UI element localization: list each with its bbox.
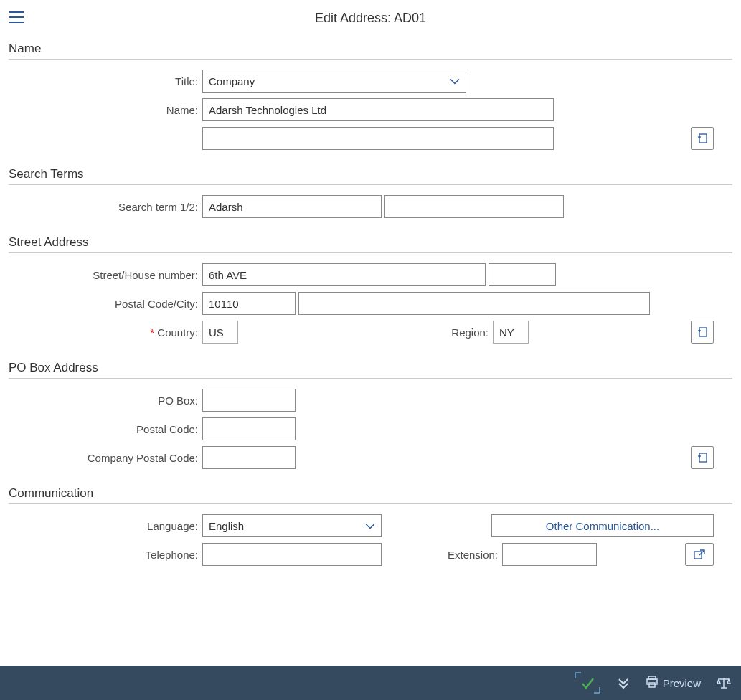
svg-rect-6 bbox=[699, 328, 707, 336]
label-po-box: PO Box: bbox=[9, 394, 202, 407]
title-select[interactable]: Company bbox=[202, 70, 466, 93]
section-title-search: Search Terms bbox=[9, 167, 732, 185]
header-bar: Edit Address: AD01 bbox=[0, 0, 741, 33]
extension-input[interactable] bbox=[502, 543, 597, 566]
postal-code-input[interactable] bbox=[202, 292, 296, 315]
section-title-comm: Communication bbox=[9, 486, 732, 504]
label-po-postal: Postal Code: bbox=[9, 423, 202, 435]
label-company-postal: Company Postal Code: bbox=[9, 452, 202, 464]
label-country: * Country: bbox=[9, 326, 202, 339]
svg-rect-12 bbox=[694, 552, 702, 559]
name-input-2[interactable] bbox=[202, 127, 554, 150]
title-select-value: Company bbox=[209, 75, 255, 88]
label-street-house: Street/House number: bbox=[9, 269, 202, 281]
street-input[interactable] bbox=[202, 263, 486, 286]
label-extension: Extension: bbox=[382, 549, 502, 561]
expand-pobox-button[interactable] bbox=[691, 446, 714, 469]
telephone-input[interactable] bbox=[202, 543, 382, 566]
language-select[interactable]: English bbox=[202, 514, 382, 537]
search-term-2-input[interactable] bbox=[384, 195, 564, 218]
section-title-name: Name bbox=[9, 42, 732, 60]
house-number-input[interactable] bbox=[489, 263, 556, 286]
svg-rect-16 bbox=[649, 683, 655, 687]
chevron-down-icon bbox=[365, 520, 375, 532]
balance-icon[interactable] bbox=[717, 676, 731, 689]
menu-icon[interactable] bbox=[9, 11, 24, 26]
print-icon bbox=[646, 676, 659, 691]
po-box-input[interactable] bbox=[202, 389, 296, 412]
chevron-down-icon bbox=[450, 75, 460, 88]
telephone-detail-button[interactable] bbox=[685, 543, 714, 566]
name-input-1[interactable] bbox=[202, 98, 554, 121]
company-postal-input[interactable] bbox=[202, 446, 296, 469]
label-language: Language: bbox=[9, 520, 202, 532]
label-name: Name: bbox=[9, 104, 202, 116]
footer-bar: Preview bbox=[0, 666, 741, 700]
accept-button[interactable] bbox=[574, 671, 601, 694]
po-postal-input[interactable] bbox=[202, 417, 296, 440]
page-title: Edit Address: AD01 bbox=[0, 11, 741, 26]
language-select-value: English bbox=[209, 520, 244, 532]
content-area: Name Title: Company Name: Searc bbox=[0, 33, 741, 666]
city-input[interactable] bbox=[298, 292, 650, 315]
svg-rect-15 bbox=[647, 679, 657, 684]
section-title-pobox: PO Box Address bbox=[9, 361, 732, 379]
label-search-term: Search term 1/2: bbox=[9, 201, 202, 213]
svg-rect-3 bbox=[699, 134, 707, 143]
expand-down-icon[interactable] bbox=[617, 676, 630, 689]
preview-label: Preview bbox=[663, 677, 701, 689]
label-telephone: Telephone: bbox=[9, 549, 202, 561]
label-region: Region: bbox=[238, 326, 493, 339]
section-title-street: Street Address bbox=[9, 235, 732, 253]
label-postal-city: Postal Code/City: bbox=[9, 298, 202, 310]
expand-name-button[interactable] bbox=[691, 127, 714, 150]
country-value[interactable]: US bbox=[202, 321, 238, 344]
expand-street-button[interactable] bbox=[691, 321, 714, 344]
region-value[interactable]: NY bbox=[493, 321, 529, 344]
required-asterisk: * bbox=[150, 326, 154, 339]
search-term-1-input[interactable] bbox=[202, 195, 382, 218]
svg-rect-9 bbox=[699, 453, 707, 462]
preview-button[interactable]: Preview bbox=[646, 676, 701, 691]
other-communication-button[interactable]: Other Communication... bbox=[491, 514, 714, 537]
label-title: Title: bbox=[9, 75, 202, 88]
